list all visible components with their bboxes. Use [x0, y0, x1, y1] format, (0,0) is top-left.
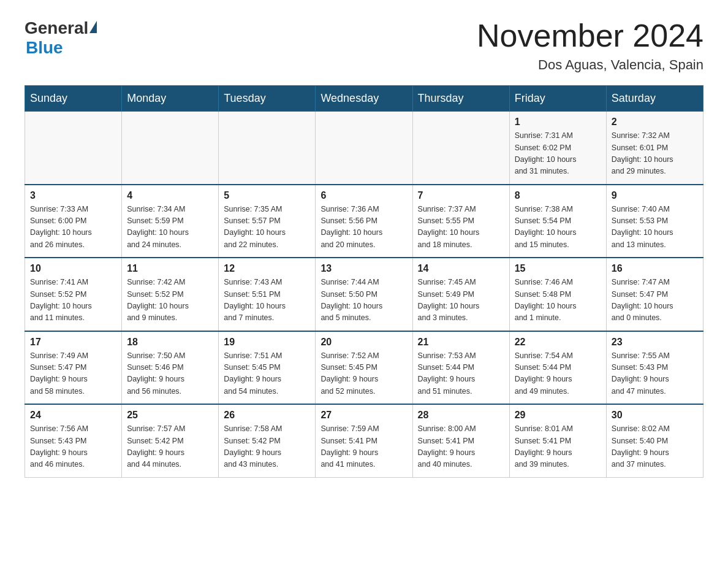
calendar-cell: 18Sunrise: 7:50 AM Sunset: 5:46 PM Dayli… [122, 331, 219, 405]
calendar-cell: 16Sunrise: 7:47 AM Sunset: 5:47 PM Dayli… [606, 258, 703, 331]
calendar-cell: 15Sunrise: 7:46 AM Sunset: 5:48 PM Dayli… [509, 258, 606, 331]
day-info: Sunrise: 7:42 AM Sunset: 5:52 PM Dayligh… [127, 277, 213, 324]
day-number: 30 [612, 410, 698, 421]
day-info: Sunrise: 7:33 AM Sunset: 6:00 PM Dayligh… [30, 204, 116, 251]
day-info: Sunrise: 7:34 AM Sunset: 5:59 PM Dayligh… [127, 204, 213, 251]
day-number: 6 [320, 190, 407, 201]
calendar-cell [316, 112, 412, 185]
day-number: 1 [515, 117, 601, 128]
day-number: 3 [30, 190, 116, 201]
day-number: 7 [418, 190, 504, 201]
calendar-cell: 2Sunrise: 7:32 AM Sunset: 6:01 PM Daylig… [606, 112, 703, 185]
day-info: Sunrise: 8:00 AM Sunset: 5:41 PM Dayligh… [418, 423, 504, 471]
calendar-cell: 7Sunrise: 7:37 AM Sunset: 5:55 PM Daylig… [412, 185, 509, 258]
calendar-cell: 9Sunrise: 7:40 AM Sunset: 5:53 PM Daylig… [606, 185, 703, 258]
calendar-header-monday: Monday [122, 86, 219, 112]
day-number: 17 [30, 337, 116, 348]
calendar-cell: 5Sunrise: 7:35 AM Sunset: 5:57 PM Daylig… [219, 185, 316, 258]
calendar-cell: 24Sunrise: 7:56 AM Sunset: 5:43 PM Dayli… [25, 404, 122, 477]
day-info: Sunrise: 7:46 AM Sunset: 5:48 PM Dayligh… [515, 277, 601, 324]
day-number: 20 [320, 337, 407, 348]
day-number: 5 [224, 190, 310, 201]
day-info: Sunrise: 7:57 AM Sunset: 5:42 PM Dayligh… [127, 423, 213, 471]
calendar-header-row: SundayMondayTuesdayWednesdayThursdayFrid… [25, 86, 703, 112]
calendar-cell: 22Sunrise: 7:54 AM Sunset: 5:44 PM Dayli… [509, 331, 606, 405]
calendar-cell: 6Sunrise: 7:36 AM Sunset: 5:56 PM Daylig… [316, 185, 412, 258]
day-info: Sunrise: 7:51 AM Sunset: 5:45 PM Dayligh… [224, 350, 310, 398]
day-info: Sunrise: 7:36 AM Sunset: 5:56 PM Dayligh… [320, 204, 407, 251]
logo: General Blue [25, 18, 97, 58]
day-info: Sunrise: 7:55 AM Sunset: 5:43 PM Dayligh… [612, 350, 698, 398]
calendar-cell: 19Sunrise: 7:51 AM Sunset: 5:45 PM Dayli… [219, 331, 316, 405]
day-number: 4 [127, 190, 213, 201]
day-info: Sunrise: 7:59 AM Sunset: 5:41 PM Dayligh… [320, 423, 407, 471]
day-number: 10 [30, 263, 116, 274]
day-info: Sunrise: 7:50 AM Sunset: 5:46 PM Dayligh… [127, 350, 213, 398]
day-info: Sunrise: 7:35 AM Sunset: 5:57 PM Dayligh… [224, 204, 310, 251]
calendar-header-thursday: Thursday [412, 86, 509, 112]
calendar-cell [219, 112, 316, 185]
calendar-header-sunday: Sunday [25, 86, 122, 112]
title-section: November 2024 Dos Aguas, Valencia, Spain [477, 18, 703, 73]
calendar-cell [122, 112, 219, 185]
calendar-cell: 3Sunrise: 7:33 AM Sunset: 6:00 PM Daylig… [25, 185, 122, 258]
day-info: Sunrise: 7:41 AM Sunset: 5:52 PM Dayligh… [30, 277, 116, 324]
calendar-cell: 11Sunrise: 7:42 AM Sunset: 5:52 PM Dayli… [122, 258, 219, 331]
calendar-week-row: 1Sunrise: 7:31 AM Sunset: 6:02 PM Daylig… [25, 112, 703, 185]
day-info: Sunrise: 7:32 AM Sunset: 6:01 PM Dayligh… [612, 130, 698, 178]
calendar-header-tuesday: Tuesday [219, 86, 316, 112]
day-number: 8 [515, 190, 601, 201]
calendar-cell: 23Sunrise: 7:55 AM Sunset: 5:43 PM Dayli… [606, 331, 703, 405]
logo-text: General [25, 18, 97, 38]
day-number: 18 [127, 337, 213, 348]
day-number: 24 [30, 410, 116, 421]
day-info: Sunrise: 7:31 AM Sunset: 6:02 PM Dayligh… [515, 130, 601, 178]
calendar-cell: 14Sunrise: 7:45 AM Sunset: 5:49 PM Dayli… [412, 258, 509, 331]
day-number: 9 [612, 190, 698, 201]
day-info: Sunrise: 7:52 AM Sunset: 5:45 PM Dayligh… [320, 350, 407, 398]
day-info: Sunrise: 7:40 AM Sunset: 5:53 PM Dayligh… [612, 204, 698, 251]
page-header: General Blue November 2024 Dos Aguas, Va… [25, 18, 703, 73]
calendar-header-friday: Friday [509, 86, 606, 112]
calendar-cell: 8Sunrise: 7:38 AM Sunset: 5:54 PM Daylig… [509, 185, 606, 258]
calendar-cell: 27Sunrise: 7:59 AM Sunset: 5:41 PM Dayli… [316, 404, 412, 477]
day-number: 15 [515, 263, 601, 274]
day-number: 12 [224, 263, 310, 274]
calendar-cell: 30Sunrise: 8:02 AM Sunset: 5:40 PM Dayli… [606, 404, 703, 477]
calendar-cell: 20Sunrise: 7:52 AM Sunset: 5:45 PM Dayli… [316, 331, 412, 405]
day-info: Sunrise: 7:54 AM Sunset: 5:44 PM Dayligh… [515, 350, 601, 398]
calendar-cell: 4Sunrise: 7:34 AM Sunset: 5:59 PM Daylig… [122, 185, 219, 258]
day-info: Sunrise: 7:44 AM Sunset: 5:50 PM Dayligh… [320, 277, 407, 324]
day-info: Sunrise: 7:49 AM Sunset: 5:47 PM Dayligh… [30, 350, 116, 398]
calendar-week-row: 17Sunrise: 7:49 AM Sunset: 5:47 PM Dayli… [25, 331, 703, 405]
day-number: 25 [127, 410, 213, 421]
day-info: Sunrise: 7:38 AM Sunset: 5:54 PM Dayligh… [515, 204, 601, 251]
calendar-cell: 1Sunrise: 7:31 AM Sunset: 6:02 PM Daylig… [509, 112, 606, 185]
calendar-cell: 12Sunrise: 7:43 AM Sunset: 5:51 PM Dayli… [219, 258, 316, 331]
calendar-cell: 29Sunrise: 8:01 AM Sunset: 5:41 PM Dayli… [509, 404, 606, 477]
day-number: 16 [612, 263, 698, 274]
calendar-cell: 28Sunrise: 8:00 AM Sunset: 5:41 PM Dayli… [412, 404, 509, 477]
calendar-week-row: 3Sunrise: 7:33 AM Sunset: 6:00 PM Daylig… [25, 185, 703, 258]
day-number: 2 [612, 117, 698, 128]
day-number: 14 [418, 263, 504, 274]
calendar-header-wednesday: Wednesday [316, 86, 412, 112]
calendar-week-row: 10Sunrise: 7:41 AM Sunset: 5:52 PM Dayli… [25, 258, 703, 331]
location-text: Dos Aguas, Valencia, Spain [477, 57, 703, 73]
day-info: Sunrise: 8:01 AM Sunset: 5:41 PM Dayligh… [515, 423, 601, 471]
calendar-header-saturday: Saturday [606, 86, 703, 112]
logo-general-text: General [25, 18, 88, 38]
day-info: Sunrise: 7:58 AM Sunset: 5:42 PM Dayligh… [224, 423, 310, 471]
calendar-cell: 26Sunrise: 7:58 AM Sunset: 5:42 PM Dayli… [219, 404, 316, 477]
calendar-cell: 21Sunrise: 7:53 AM Sunset: 5:44 PM Dayli… [412, 331, 509, 405]
day-info: Sunrise: 7:45 AM Sunset: 5:49 PM Dayligh… [418, 277, 504, 324]
day-info: Sunrise: 7:47 AM Sunset: 5:47 PM Dayligh… [612, 277, 698, 324]
day-info: Sunrise: 7:37 AM Sunset: 5:55 PM Dayligh… [418, 204, 504, 251]
day-info: Sunrise: 8:02 AM Sunset: 5:40 PM Dayligh… [612, 423, 698, 471]
day-number: 27 [320, 410, 407, 421]
calendar-table: SundayMondayTuesdayWednesdayThursdayFrid… [25, 85, 703, 478]
day-info: Sunrise: 7:56 AM Sunset: 5:43 PM Dayligh… [30, 423, 116, 471]
day-number: 28 [418, 410, 504, 421]
calendar-cell: 25Sunrise: 7:57 AM Sunset: 5:42 PM Dayli… [122, 404, 219, 477]
day-number: 11 [127, 263, 213, 274]
